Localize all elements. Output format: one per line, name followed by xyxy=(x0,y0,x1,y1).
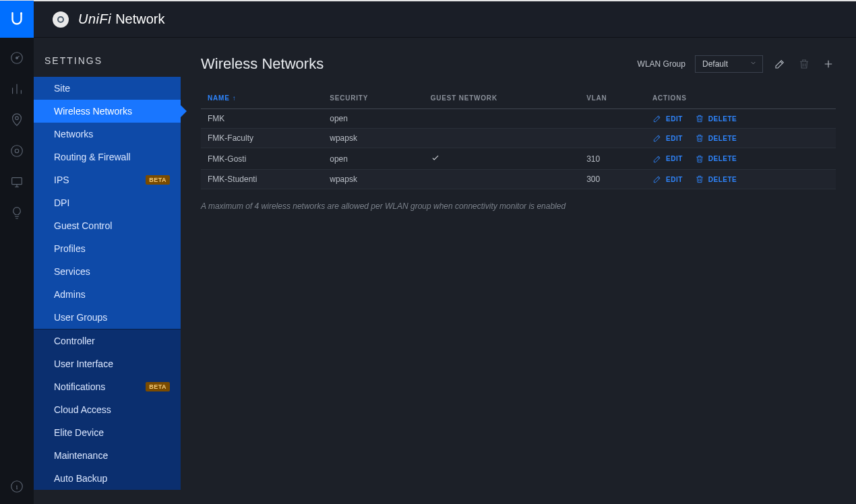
svg-point-2 xyxy=(16,57,18,59)
page-title: Wireless Networks xyxy=(201,55,324,73)
chevron-down-icon xyxy=(750,59,757,69)
map-icon[interactable] xyxy=(9,112,25,128)
cell-vlan xyxy=(580,109,646,129)
delete-label: DELETE xyxy=(708,176,737,183)
col-name-label: NAME xyxy=(208,94,230,102)
dashboard-icon[interactable] xyxy=(9,50,25,66)
sidebar-item-cloud-access[interactable]: Cloud Access xyxy=(34,398,181,421)
cell-name: FMK-Faculty xyxy=(201,129,323,148)
wlan-group-select[interactable]: Default xyxy=(695,55,763,73)
sidebar-item-site[interactable]: Site xyxy=(34,77,181,100)
sidebar-item-label: IPS xyxy=(54,175,69,185)
col-security[interactable]: SECURITY xyxy=(323,88,423,109)
controller-icon[interactable] xyxy=(53,11,69,28)
edit-group-button[interactable] xyxy=(772,57,787,71)
sidebar-item-label: Notifications xyxy=(54,381,105,392)
topbar: UniFi Network xyxy=(0,0,856,38)
edit-button[interactable]: EDIT xyxy=(652,133,683,143)
col-actions: ACTIONS xyxy=(646,88,836,109)
statistics-icon[interactable] xyxy=(9,81,25,97)
cell-vlan xyxy=(580,129,646,148)
delete-button[interactable]: DELETE xyxy=(695,133,737,143)
cell-guest xyxy=(424,170,580,189)
cell-guest xyxy=(424,129,580,148)
clients-icon[interactable] xyxy=(9,174,25,190)
footnote: A maximum of 4 wireless networks are all… xyxy=(201,201,836,211)
sidebar-item-label: Admins xyxy=(54,289,86,300)
sidebar-group-1: SiteWireless NetworksNetworksRouting & F… xyxy=(34,77,181,329)
cell-vlan: 300 xyxy=(580,170,646,189)
col-guest[interactable]: GUEST NETWORK xyxy=(424,88,580,109)
cell-name: FMK xyxy=(201,109,323,129)
edit-label: EDIT xyxy=(666,135,683,142)
sidebar-item-services[interactable]: Services xyxy=(34,260,181,283)
edit-button[interactable]: EDIT xyxy=(652,154,683,164)
cell-security: wpapsk xyxy=(323,129,423,148)
sidebar-item-profiles[interactable]: Profiles xyxy=(34,237,181,260)
edit-label: EDIT xyxy=(666,115,683,123)
delete-button[interactable]: DELETE xyxy=(695,114,737,123)
sidebar-item-label: Networks xyxy=(54,129,93,139)
settings-sidebar: SETTINGS SiteWireless NetworksNetworksRo… xyxy=(34,38,181,504)
wlan-group-value: Default xyxy=(702,59,728,69)
table-row[interactable]: FMK-Gostiopen310EDITDELETE xyxy=(201,148,836,170)
sidebar-item-label: Routing & Firewall xyxy=(54,152,131,162)
svg-point-5 xyxy=(15,149,19,153)
col-vlan[interactable]: VLAN xyxy=(580,88,646,109)
sidebar-item-label: Profiles xyxy=(54,243,86,254)
check-icon xyxy=(431,155,440,164)
sidebar-item-label: Elite Device xyxy=(54,427,104,438)
svg-point-0 xyxy=(20,12,22,14)
cell-actions: EDITDELETE xyxy=(646,109,836,129)
sidebar-item-label: Site xyxy=(54,83,70,94)
devices-icon[interactable] xyxy=(9,143,25,159)
sidebar-item-maintenance[interactable]: Maintenance xyxy=(34,444,181,467)
sidebar-item-dpi[interactable]: DPI xyxy=(34,191,181,214)
sidebar-item-controller[interactable]: Controller xyxy=(34,329,181,352)
sidebar-item-label: Wireless Networks xyxy=(54,106,132,117)
cell-guest xyxy=(424,148,580,170)
sidebar-item-elite-device[interactable]: Elite Device xyxy=(34,421,181,444)
table-row[interactable]: FMK-FacultywpapskEDITDELETE xyxy=(201,129,836,148)
col-name[interactable]: NAME↑ xyxy=(201,88,323,109)
unifi-logo[interactable] xyxy=(0,1,34,38)
add-network-button[interactable] xyxy=(821,57,836,71)
sidebar-item-notifications[interactable]: NotificationsBETA xyxy=(34,375,181,398)
sort-asc-icon: ↑ xyxy=(233,94,237,102)
nav-rail xyxy=(0,38,34,504)
sidebar-item-ips[interactable]: IPSBETA xyxy=(34,168,181,191)
table-row[interactable]: FMK-Studentiwpapsk300EDITDELETE xyxy=(201,170,836,189)
sidebar-item-routing-firewall[interactable]: Routing & Firewall xyxy=(34,146,181,168)
edit-button[interactable]: EDIT xyxy=(652,175,683,184)
insights-icon[interactable] xyxy=(9,205,25,221)
sidebar-item-user-interface[interactable]: User Interface xyxy=(34,352,181,375)
sidebar-item-auto-backup[interactable]: Auto Backup xyxy=(34,467,181,490)
delete-button[interactable]: DELETE xyxy=(695,154,737,164)
cell-name: FMK-Gosti xyxy=(201,148,323,170)
content-header: Wireless Networks WLAN Group Default xyxy=(201,55,836,73)
info-icon[interactable] xyxy=(9,478,25,495)
delete-label: DELETE xyxy=(708,155,737,162)
svg-rect-6 xyxy=(12,178,22,185)
sidebar-item-admins[interactable]: Admins xyxy=(34,283,181,306)
cell-vlan: 310 xyxy=(580,148,646,170)
delete-button[interactable]: DELETE xyxy=(695,175,737,184)
cell-guest xyxy=(424,109,580,129)
beta-badge: BETA xyxy=(146,175,170,185)
content-area: Wireless Networks WLAN Group Default xyxy=(181,38,856,504)
sidebar-item-label: Controller xyxy=(54,336,95,346)
delete-group-button xyxy=(797,57,812,71)
sidebar-item-label: Auto Backup xyxy=(54,473,107,484)
sidebar-item-wireless-networks[interactable]: Wireless Networks xyxy=(34,100,181,123)
edit-button[interactable]: EDIT xyxy=(652,114,683,123)
cell-security: open xyxy=(323,148,423,170)
table-row[interactable]: FMKopenEDITDELETE xyxy=(201,109,836,129)
cell-actions: EDITDELETE xyxy=(646,129,836,148)
sidebar-item-networks[interactable]: Networks xyxy=(34,123,181,146)
sidebar-item-guest-control[interactable]: Guest Control xyxy=(34,214,181,237)
cell-actions: EDITDELETE xyxy=(646,170,836,189)
beta-badge: BETA xyxy=(146,382,170,391)
brand-title: UniFi Network xyxy=(78,11,165,27)
sidebar-item-user-groups[interactable]: User Groups xyxy=(34,306,181,329)
delete-label: DELETE xyxy=(708,115,737,123)
